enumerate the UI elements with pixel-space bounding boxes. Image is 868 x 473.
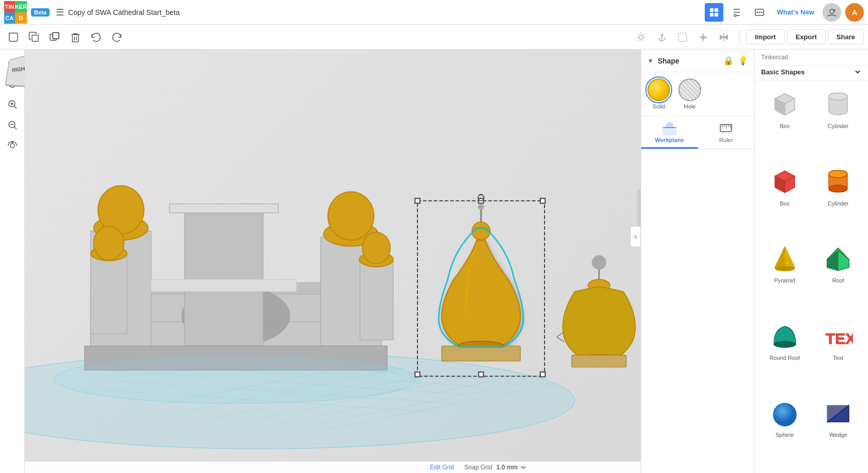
shape-panel-title: Shape [658,57,687,65]
snap-grid-chevron-icon [520,464,527,471]
shape-item-round-roof-teal[interactable]: Round Roof [759,317,811,392]
workplane-tab[interactable]: Workplane [641,116,698,149]
shape-lock-icon[interactable]: 🔒 [723,56,734,66]
cylinder-orange-label: Cylinder [828,200,848,207]
box-select-button[interactable] [673,28,692,46]
svg-point-110 [829,185,847,192]
shape-item-box-gray[interactable]: Box [759,85,811,160]
svg-line-37 [14,106,17,109]
duplicate-button[interactable] [45,28,64,46]
logo-ca: CA [4,12,15,24]
roof-green-label: Roof [832,277,844,283]
selection-handle-tl[interactable] [415,198,420,203]
undo-button[interactable] [87,28,105,46]
top-bar: TIN KER CA D Beta ☰ Copy of SWA Cathedra… [0,0,868,25]
shape-item-box-red[interactable]: Box [759,162,811,238]
export-button[interactable]: Export [787,29,826,44]
redo-button[interactable] [107,28,126,46]
svg-point-43 [10,144,14,148]
library-provider: Tinkercad [761,54,788,61]
svg-rect-75 [169,204,278,213]
new-button[interactable] [4,28,23,46]
share-button[interactable]: Share [828,29,864,44]
svg-rect-13 [53,33,59,39]
pyramid-yellow-thumb [769,243,800,274]
svg-text:TEXT: TEXT [826,330,853,347]
zoom-out-button[interactable] [3,116,22,134]
svg-rect-15 [72,35,79,42]
cylinder-gray-label: Cylinder [828,123,848,129]
shape-item-sphere-blue[interactable]: Sphere [759,393,811,469]
svg-point-109 [829,170,847,178]
box-gray-label: Box [780,123,789,129]
shape-item-text-red[interactable]: TEXT Text [813,317,864,392]
anchor-button[interactable] [653,28,671,46]
edit-grid-label[interactable]: Edit Grid [430,464,454,471]
shape-panel-arrow[interactable]: ▼ [647,57,654,65]
left-panel [0,50,25,473]
beta-badge: Beta [31,8,50,17]
add-user-button[interactable] [823,3,841,22]
light-button[interactable] [632,28,650,46]
shape-panel-header: ▼ Shape 🔒 💡 [641,50,754,72]
solid-option[interactable]: Solid [647,78,670,109]
svg-rect-90 [572,355,626,367]
round-roof-teal-thumb [769,321,800,352]
svg-point-4 [734,14,736,17]
selection-handle-bl[interactable] [415,372,420,376]
library-header: Tinkercad [755,50,868,66]
collapse-panel-button[interactable]: › [630,226,641,247]
shape-type-options: Solid Hole [641,72,754,116]
app-logo[interactable]: TIN KER CA D [4,1,27,24]
svg-rect-71 [360,261,393,340]
scrollbar-thumb[interactable] [638,189,641,230]
svg-point-118 [774,341,796,348]
import-button[interactable]: Import [746,29,784,44]
logo-tin: TIN [4,1,15,12]
snap-button[interactable] [694,28,712,46]
text-red-label: Text [833,355,843,361]
solid-label: Solid [653,103,665,109]
hole-option[interactable]: Hole [678,78,701,109]
svg-rect-74 [184,207,263,346]
whats-new-button[interactable]: What's New [773,6,818,18]
shape-item-cylinder-orange[interactable]: Cylinder [813,162,864,238]
tools-button[interactable] [727,3,746,22]
svg-point-78 [54,355,417,404]
document-title[interactable]: Copy of SWA Cathedral Start_beta [68,8,180,17]
library-name[interactable]: Basic Shapes [761,68,805,76]
selection-handle-br[interactable] [540,372,545,376]
svg-point-114 [775,266,795,271]
user-avatar[interactable]: A [845,3,864,22]
grid-view-button[interactable] [705,3,723,22]
svg-point-67 [94,226,124,260]
mirror-button[interactable] [715,28,733,46]
shape-side-panel: ▼ Shape 🔒 💡 Solid Hole Workplane [641,50,754,473]
shape-item-pyramid-yellow[interactable]: Pyramid [759,239,811,314]
selection-handle-bm[interactable] [478,372,483,376]
ruler-tab[interactable]: Ruler [698,116,755,149]
logo-ker: KER [15,1,27,12]
main-area: RIGHT [0,50,868,473]
shape-item-roof-green[interactable]: Roof [813,239,864,314]
copy-button[interactable] [25,28,43,46]
library-dropdown-icon[interactable] [854,68,862,76]
cylinder-orange-thumb [823,166,854,197]
codeblocks-button[interactable] [750,3,769,22]
svg-point-87 [592,255,606,270]
delete-button[interactable] [66,28,85,46]
zoom-in-button[interactable] [3,95,22,114]
viewport[interactable]: Edit Grid Snap Grid 1.0 mm [25,50,641,473]
svg-rect-65 [90,255,127,334]
fit-view-button[interactable] [3,136,22,155]
shape-light-icon[interactable]: 💡 [738,56,748,66]
shape-item-wedge-navy[interactable]: Wedge [813,393,864,469]
svg-point-18 [639,35,643,39]
workplane-icon [662,120,677,136]
shape-item-cylinder-gray[interactable]: Cylinder [813,85,864,160]
selection-handle-tr[interactable] [540,198,545,203]
canvas-area[interactable] [25,50,641,473]
snap-grid-value[interactable]: 1.0 mm [497,464,518,471]
document-icon: ☰ [56,7,64,18]
svg-point-70 [328,192,374,240]
